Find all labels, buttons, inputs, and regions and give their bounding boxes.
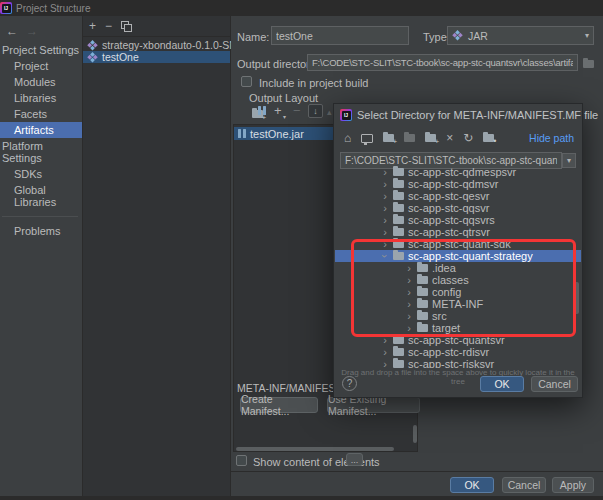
cancel-button[interactable]: Cancel	[502, 477, 546, 493]
tree-item[interactable]: ›sc-app-stc-qqsvr	[335, 202, 581, 214]
chevron-down-icon[interactable]: ▾	[585, 31, 589, 40]
folder-icon	[417, 312, 428, 320]
type-dropdown[interactable]: JAR ▾	[447, 26, 594, 45]
tree-item[interactable]: ›sc-app-stc-qtrsvr	[335, 226, 581, 238]
tree-item[interactable]: ›sc-app-stc-quant-sdk	[335, 238, 581, 250]
tree-item[interactable]: ›src	[335, 310, 581, 322]
tree-item[interactable]: ›sc-app-stc-qdmsvr	[335, 178, 581, 190]
folder-icon	[417, 300, 428, 308]
browse-folder-icon[interactable]	[583, 60, 594, 68]
add-element-arrow-icon[interactable]: ▾	[283, 113, 286, 120]
select-directory-dialog: IJ Select Directory for META-INF/MANIFES…	[333, 103, 583, 398]
tree-vertical-scrollbar[interactable]	[574, 282, 579, 314]
folder-icon	[393, 168, 404, 176]
delete-icon[interactable]: ×	[446, 133, 453, 143]
chevron-right-icon[interactable]: ›	[381, 180, 389, 188]
tree-item-label: sc-app-stc-qdmsvr	[408, 178, 498, 190]
dialog-titlebar[interactable]: IJ Select Directory for META-INF/MANIFES…	[334, 104, 582, 126]
chevron-right-icon[interactable]: ›	[381, 228, 389, 236]
ok-button[interactable]: OK	[450, 477, 494, 493]
chevron-right-icon[interactable]: ›	[381, 336, 389, 344]
dialog-ok-button[interactable]: OK	[480, 376, 524, 392]
tree-item-label: sc-app-stc-qqsvr	[408, 202, 489, 214]
output-directory-input[interactable]	[307, 54, 578, 71]
folder-icon	[393, 192, 404, 200]
chevron-right-icon[interactable]: ›	[381, 348, 389, 356]
hide-path-link[interactable]: Hide path	[529, 132, 574, 144]
section-platform-settings: Platform Settings	[0, 138, 82, 166]
home-directory-icon[interactable]: ⌂	[344, 133, 351, 143]
desktop-icon[interactable]	[361, 134, 373, 143]
help-button[interactable]: ?	[342, 376, 357, 391]
intellij-logo-icon: IJ	[340, 109, 352, 121]
chevron-right-icon[interactable]: ›	[405, 276, 413, 284]
show-hidden-files-icon[interactable]	[483, 134, 494, 142]
create-manifest-button[interactable]: Create Manifest...	[240, 397, 318, 413]
forward-arrow-icon[interactable]: →	[26, 24, 38, 38]
vertical-scrollbar[interactable]	[413, 425, 417, 443]
folder-icon	[393, 360, 404, 368]
sidebar-item-sdks[interactable]: SDKs	[0, 166, 82, 182]
new-folder-icon[interactable]	[383, 134, 394, 142]
show-content-checkbox[interactable]	[236, 455, 247, 466]
tree-item-label: sc-app-stc-quant-sdk	[408, 238, 511, 250]
chevron-right-icon[interactable]: ›	[405, 300, 413, 308]
tree-item[interactable]: ›sc-app-stc-risksvr	[335, 358, 581, 368]
sidebar-item-problems[interactable]: Problems	[0, 223, 82, 239]
chevron-right-icon[interactable]: ›	[405, 324, 413, 332]
chevron-right-icon[interactable]: ›	[381, 168, 389, 176]
artifact-row[interactable]: strategy-xbondauto-0.1.0-SNAPSHOT	[83, 39, 230, 51]
tree-item-label: sc-app-stc-rdisvr	[408, 346, 489, 358]
tree-item[interactable]: ›META-INF	[335, 298, 581, 310]
sidebar-item-project[interactable]: Project	[0, 58, 82, 74]
chevron-right-icon[interactable]: ›	[381, 360, 389, 368]
add-artifact-icon[interactable]: +	[89, 21, 96, 31]
chevron-right-icon[interactable]: ›	[381, 204, 389, 212]
dialog-cancel-label: Cancel	[538, 378, 571, 390]
chevron-right-icon[interactable]: ›	[405, 264, 413, 272]
tree-item[interactable]: ›sc-app-stc-quantsvr	[335, 334, 581, 346]
tree-item[interactable]: ›target	[335, 322, 581, 334]
tree-item-label: src	[432, 310, 447, 322]
copy-artifact-icon[interactable]	[121, 21, 131, 31]
chevron-right-icon[interactable]: ›	[405, 288, 413, 296]
tree-item[interactable]: ›sc-app-stc-qesvr	[335, 190, 581, 202]
sort-elements-icon[interactable]: ↓	[308, 104, 323, 118]
tree-item[interactable]: ›.idea	[335, 262, 581, 274]
refresh-icon[interactable]: ↻	[463, 133, 473, 143]
tree-item[interactable]: ›sc-app-stc-rdisvr	[335, 346, 581, 358]
include-build-checkbox[interactable]	[241, 76, 252, 87]
chevron-right-icon[interactable]: ›	[381, 216, 389, 224]
tree-item[interactable]: ›sc-app-stc-qdmespsvr	[335, 166, 581, 178]
artifact-row[interactable]: testOne	[83, 51, 230, 63]
copy-path-icon[interactable]	[404, 134, 415, 142]
tree-item-label: sc-app-stc-qqsvrs	[408, 214, 495, 226]
remove-artifact-icon[interactable]: −	[105, 21, 112, 31]
name-input[interactable]	[271, 26, 409, 45]
chevron-expanded-icon[interactable]: ›	[381, 252, 389, 260]
tree-item[interactable]: ›classes	[335, 274, 581, 286]
sidebar-item-libraries[interactable]: Libraries	[0, 90, 82, 106]
tree-item[interactable]: ›config	[335, 286, 581, 298]
back-arrow-icon[interactable]: ←	[6, 24, 18, 38]
move-up-icon[interactable]: ▴	[327, 107, 332, 117]
extract-directory-icon[interactable]	[258, 106, 266, 115]
horizontal-scrollbar[interactable]	[236, 447, 394, 451]
apply-button[interactable]: Apply	[552, 477, 594, 493]
remove-element-icon[interactable]: −	[293, 106, 301, 116]
expand-folder-icon[interactable]	[425, 134, 436, 142]
tree-item-label: sc-app-stc-qtrsvr	[408, 226, 490, 238]
dialog-cancel-button[interactable]: Cancel	[531, 376, 578, 392]
more-options-button[interactable]: ...	[346, 453, 363, 466]
tree-item[interactable]: ›sc-app-stc-qqsvrs	[335, 214, 581, 226]
sidebar-item-artifacts[interactable]: Artifacts	[0, 122, 82, 138]
chevron-right-icon[interactable]: ›	[381, 192, 389, 200]
chevron-right-icon[interactable]: ›	[405, 312, 413, 320]
sidebar-item-modules[interactable]: Modules	[0, 74, 82, 90]
tree-item-selected[interactable]: ›sc-app-stc-quant-strategy	[335, 250, 581, 262]
sidebar-item-facets[interactable]: Facets	[0, 106, 82, 122]
use-existing-manifest-button[interactable]: Use Existing Manifest...	[327, 397, 420, 413]
add-element-icon[interactable]: +	[274, 106, 282, 116]
sidebar-item-global-libraries[interactable]: Global Libraries	[0, 182, 82, 210]
chevron-right-icon[interactable]: ›	[381, 240, 389, 248]
